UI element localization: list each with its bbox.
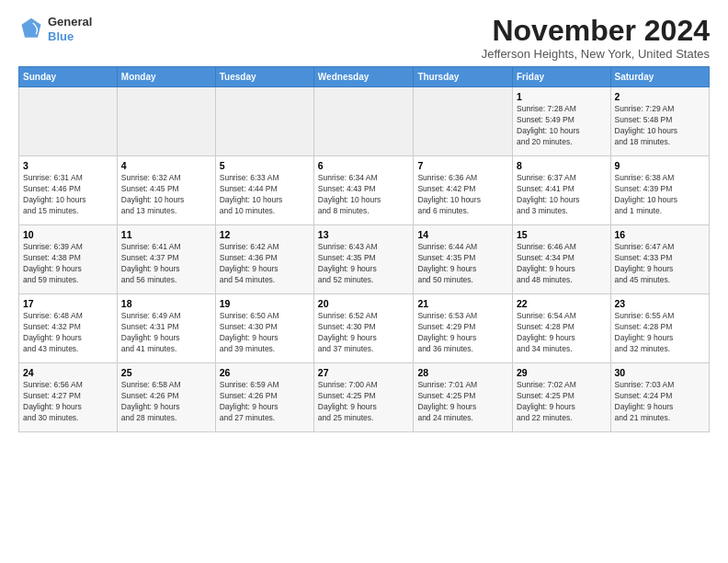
calendar-table: SundayMondayTuesdayWednesdayThursdayFrid… (18, 66, 710, 432)
day-info: Sunrise: 6:37 AM Sunset: 4:41 PM Dayligh… (517, 173, 607, 217)
col-header-saturday: Saturday (610, 67, 709, 87)
day-info: Sunrise: 6:55 AM Sunset: 4:28 PM Dayligh… (615, 311, 705, 355)
day-number: 17 (23, 298, 113, 309)
day-info: Sunrise: 7:00 AM Sunset: 4:25 PM Dayligh… (318, 380, 410, 424)
day-cell: 10Sunrise: 6:39 AM Sunset: 4:38 PM Dayli… (19, 225, 118, 294)
day-cell: 19Sunrise: 6:50 AM Sunset: 4:30 PM Dayli… (215, 294, 313, 363)
day-info: Sunrise: 6:33 AM Sunset: 4:44 PM Dayligh… (220, 173, 310, 217)
day-number: 22 (517, 298, 607, 309)
day-cell: 16Sunrise: 6:47 AM Sunset: 4:33 PM Dayli… (610, 225, 709, 294)
day-info: Sunrise: 6:47 AM Sunset: 4:33 PM Dayligh… (615, 242, 705, 286)
day-cell: 17Sunrise: 6:48 AM Sunset: 4:32 PM Dayli… (19, 294, 118, 363)
page: General Blue November 2024 Jefferson Hei… (0, 0, 728, 442)
day-cell: 13Sunrise: 6:43 AM Sunset: 4:35 PM Dayli… (313, 225, 414, 294)
col-header-monday: Monday (117, 67, 215, 87)
day-number: 29 (517, 367, 607, 378)
day-number: 5 (220, 160, 310, 171)
day-number: 23 (615, 298, 705, 309)
day-info: Sunrise: 6:36 AM Sunset: 4:42 PM Dayligh… (417, 173, 508, 217)
day-cell: 24Sunrise: 6:56 AM Sunset: 4:27 PM Dayli… (19, 363, 118, 432)
day-number: 12 (220, 229, 310, 240)
day-cell: 3Sunrise: 6:31 AM Sunset: 4:46 PM Daylig… (19, 156, 118, 225)
day-info: Sunrise: 7:02 AM Sunset: 4:25 PM Dayligh… (517, 380, 607, 424)
logo-text-general: General (48, 15, 92, 29)
day-number: 1 (517, 91, 607, 102)
day-info: Sunrise: 6:48 AM Sunset: 4:32 PM Dayligh… (23, 311, 113, 355)
day-info: Sunrise: 7:01 AM Sunset: 4:25 PM Dayligh… (417, 380, 508, 424)
day-number: 15 (517, 229, 607, 240)
day-info: Sunrise: 6:44 AM Sunset: 4:35 PM Dayligh… (417, 242, 508, 286)
day-number: 2 (615, 91, 705, 102)
col-header-friday: Friday (513, 67, 611, 87)
day-number: 20 (318, 298, 410, 309)
day-cell: 23Sunrise: 6:55 AM Sunset: 4:28 PM Dayli… (610, 294, 709, 363)
logo-text-blue: Blue (48, 29, 92, 44)
location: Jefferson Heights, New York, United Stat… (482, 47, 710, 61)
col-header-tuesday: Tuesday (215, 67, 313, 87)
day-cell (414, 87, 513, 156)
day-number: 16 (615, 229, 705, 240)
day-info: Sunrise: 6:38 AM Sunset: 4:39 PM Dayligh… (615, 173, 705, 217)
day-info: Sunrise: 6:50 AM Sunset: 4:30 PM Dayligh… (220, 311, 310, 355)
day-info: Sunrise: 6:41 AM Sunset: 4:37 PM Dayligh… (121, 242, 211, 286)
day-info: Sunrise: 6:32 AM Sunset: 4:45 PM Dayligh… (121, 173, 211, 217)
day-info: Sunrise: 6:31 AM Sunset: 4:46 PM Dayligh… (23, 173, 113, 217)
day-cell: 15Sunrise: 6:46 AM Sunset: 4:34 PM Dayli… (513, 225, 611, 294)
day-cell (313, 87, 414, 156)
day-info: Sunrise: 6:56 AM Sunset: 4:27 PM Dayligh… (23, 380, 113, 424)
month-title: November 2024 (482, 15, 710, 47)
day-cell: 27Sunrise: 7:00 AM Sunset: 4:25 PM Dayli… (313, 363, 414, 432)
day-info: Sunrise: 7:28 AM Sunset: 5:49 PM Dayligh… (517, 104, 607, 148)
week-row-5: 24Sunrise: 6:56 AM Sunset: 4:27 PM Dayli… (19, 363, 710, 432)
day-cell: 8Sunrise: 6:37 AM Sunset: 4:41 PM Daylig… (513, 156, 611, 225)
day-cell: 1Sunrise: 7:28 AM Sunset: 5:49 PM Daylig… (513, 87, 611, 156)
day-number: 26 (220, 367, 310, 378)
day-cell (117, 87, 215, 156)
day-cell: 2Sunrise: 7:29 AM Sunset: 5:48 PM Daylig… (610, 87, 709, 156)
day-number: 13 (318, 229, 410, 240)
day-cell (215, 87, 313, 156)
day-cell: 5Sunrise: 6:33 AM Sunset: 4:44 PM Daylig… (215, 156, 313, 225)
day-number: 30 (615, 367, 705, 378)
header: General Blue November 2024 Jefferson Hei… (18, 15, 710, 61)
day-number: 25 (121, 367, 211, 378)
day-cell: 22Sunrise: 6:54 AM Sunset: 4:28 PM Dayli… (513, 294, 611, 363)
col-header-thursday: Thursday (414, 67, 513, 87)
day-info: Sunrise: 6:53 AM Sunset: 4:29 PM Dayligh… (417, 311, 508, 355)
day-cell: 20Sunrise: 6:52 AM Sunset: 4:30 PM Dayli… (313, 294, 414, 363)
week-row-4: 17Sunrise: 6:48 AM Sunset: 4:32 PM Dayli… (19, 294, 710, 363)
day-number: 6 (318, 160, 410, 171)
day-info: Sunrise: 6:58 AM Sunset: 4:26 PM Dayligh… (121, 380, 211, 424)
day-number: 11 (121, 229, 211, 240)
day-info: Sunrise: 6:52 AM Sunset: 4:30 PM Dayligh… (318, 311, 410, 355)
day-number: 21 (417, 298, 508, 309)
day-info: Sunrise: 6:43 AM Sunset: 4:35 PM Dayligh… (318, 242, 410, 286)
day-cell: 30Sunrise: 7:03 AM Sunset: 4:24 PM Dayli… (610, 363, 709, 432)
logo-icon (18, 17, 44, 42)
day-cell (19, 87, 118, 156)
day-cell: 18Sunrise: 6:49 AM Sunset: 4:31 PM Dayli… (117, 294, 215, 363)
header-row: SundayMondayTuesdayWednesdayThursdayFrid… (19, 67, 710, 87)
day-cell: 21Sunrise: 6:53 AM Sunset: 4:29 PM Dayli… (414, 294, 513, 363)
day-info: Sunrise: 6:59 AM Sunset: 4:26 PM Dayligh… (220, 380, 310, 424)
day-cell: 9Sunrise: 6:38 AM Sunset: 4:39 PM Daylig… (610, 156, 709, 225)
day-info: Sunrise: 7:03 AM Sunset: 4:24 PM Dayligh… (615, 380, 705, 424)
day-number: 19 (220, 298, 310, 309)
day-number: 28 (417, 367, 508, 378)
day-number: 27 (318, 367, 410, 378)
day-cell: 7Sunrise: 6:36 AM Sunset: 4:42 PM Daylig… (414, 156, 513, 225)
day-cell: 26Sunrise: 6:59 AM Sunset: 4:26 PM Dayli… (215, 363, 313, 432)
week-row-3: 10Sunrise: 6:39 AM Sunset: 4:38 PM Dayli… (19, 225, 710, 294)
day-number: 24 (23, 367, 113, 378)
day-info: Sunrise: 6:49 AM Sunset: 4:31 PM Dayligh… (121, 311, 211, 355)
week-row-1: 1Sunrise: 7:28 AM Sunset: 5:49 PM Daylig… (19, 87, 710, 156)
day-number: 4 (121, 160, 211, 171)
day-cell: 25Sunrise: 6:58 AM Sunset: 4:26 PM Dayli… (117, 363, 215, 432)
day-info: Sunrise: 6:46 AM Sunset: 4:34 PM Dayligh… (517, 242, 607, 286)
day-info: Sunrise: 7:29 AM Sunset: 5:48 PM Dayligh… (615, 104, 705, 148)
day-info: Sunrise: 6:42 AM Sunset: 4:36 PM Dayligh… (220, 242, 310, 286)
day-cell: 14Sunrise: 6:44 AM Sunset: 4:35 PM Dayli… (414, 225, 513, 294)
day-cell: 29Sunrise: 7:02 AM Sunset: 4:25 PM Dayli… (513, 363, 611, 432)
day-number: 9 (615, 160, 705, 171)
day-number: 3 (23, 160, 113, 171)
